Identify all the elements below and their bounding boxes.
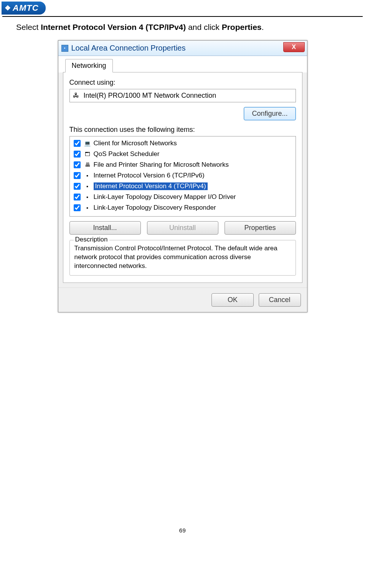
list-item[interactable]: 💻Client for Microsoft Networks — [71, 138, 295, 149]
list-item[interactable]: 🖶File and Printer Sharing for Microsoft … — [71, 159, 295, 170]
instruction-text: Select Internet Protocol Version 4 (TCP/… — [16, 21, 362, 33]
adapter-field[interactable]: 🖧 Intel(R) PRO/1000 MT Network Connectio… — [69, 89, 296, 102]
instr-b1: Internet Protocol Version 4 (TCP/IPv4) — [41, 23, 186, 31]
uninstall-button: Uninstall — [147, 221, 218, 235]
adapter-icon: 🖧 — [73, 92, 81, 100]
tabstrip: Networking — [58, 56, 307, 72]
logo-bar: ❖ AMTC — [0, 0, 365, 16]
item-label: File and Printer Sharing for Microsoft N… — [94, 161, 229, 169]
item-label: Internet Protocol Version 6 (TCP/IPv6) — [94, 172, 205, 179]
instr-mid: and click — [186, 23, 221, 31]
item-label: Client for Microsoft Networks — [94, 140, 177, 147]
item-checkbox[interactable] — [74, 140, 81, 147]
item-checkbox[interactable] — [74, 161, 81, 168]
item-checkbox[interactable] — [74, 172, 81, 179]
protocol-icon: ▪ — [84, 194, 91, 200]
item-checkbox[interactable] — [74, 194, 81, 200]
item-label: Link-Layer Topology Discovery Responder — [94, 204, 216, 212]
logo-text: AMTC — [13, 3, 39, 13]
instr-post: . — [262, 23, 264, 31]
list-item[interactable]: ▪Internet Protocol Version 6 (TCP/IPv6) — [71, 170, 295, 181]
items-label: This connection uses the following items… — [69, 126, 296, 134]
items-listbox[interactable]: 💻Client for Microsoft Networks🗔QoS Packe… — [69, 136, 296, 217]
instr-pre: Select — [16, 23, 41, 31]
install-button[interactable]: Install... — [69, 221, 141, 235]
instr-b2: Properties — [222, 23, 262, 31]
bullet-icon — [3, 21, 16, 33]
close-icon: X — [292, 44, 296, 51]
logo-icon: ❖ — [5, 4, 11, 12]
dialog-footer: OK Cancel — [58, 287, 307, 312]
list-item[interactable]: ▪Link-Layer Topology Discovery Mapper I/… — [71, 192, 295, 202]
close-button[interactable]: X — [283, 42, 305, 52]
properties-dialog: • Local Area Connection Properties X Net… — [58, 40, 307, 312]
dialog-titlebar[interactable]: • Local Area Connection Properties X — [58, 41, 307, 56]
item-checkbox[interactable] — [74, 183, 81, 190]
dialog-title: Local Area Connection Properties — [71, 44, 186, 53]
item-label: Internet Protocol Version 4 (TCP/IPv4) — [94, 182, 208, 190]
item-checkbox[interactable] — [74, 151, 81, 158]
description-text: Transmission Control Protocol/Internet P… — [74, 244, 291, 271]
protocol-icon: ▪ — [84, 172, 91, 179]
protocol-icon: 🗔 — [84, 151, 91, 157]
connect-using-label: Connect using: — [69, 79, 296, 87]
brand-logo: ❖ AMTC — [2, 2, 46, 15]
list-item[interactable]: ▪Link-Layer Topology Discovery Responder — [71, 202, 295, 213]
item-label: QoS Packet Scheduler — [94, 150, 160, 158]
network-icon: • — [61, 45, 68, 52]
tab-networking[interactable]: Networking — [65, 59, 113, 72]
tab-content: Connect using: 🖧 Intel(R) PRO/1000 MT Ne… — [63, 72, 302, 283]
properties-button[interactable]: Properties — [225, 221, 296, 235]
ok-button[interactable]: OK — [211, 293, 254, 307]
instruction-line: Select Internet Protocol Version 4 (TCP/… — [0, 20, 365, 40]
description-title: Description — [74, 236, 109, 243]
protocol-icon: 💻 — [84, 140, 91, 146]
cancel-button[interactable]: Cancel — [259, 293, 301, 307]
protocol-icon: 🖶 — [84, 162, 91, 168]
protocol-icon: ▪ — [84, 205, 91, 211]
header-divider — [2, 16, 363, 17]
page-number: 69 — [0, 328, 365, 545]
adapter-name: Intel(R) PRO/1000 MT Network Connection — [84, 92, 216, 100]
configure-button[interactable]: Configure... — [244, 107, 296, 120]
description-group: Description Transmission Control Protoco… — [69, 240, 296, 276]
item-checkbox[interactable] — [74, 204, 81, 211]
item-label: Link-Layer Topology Discovery Mapper I/O… — [94, 193, 236, 201]
list-item[interactable]: ▪Internet Protocol Version 4 (TCP/IPv4) — [71, 181, 295, 192]
protocol-icon: ▪ — [84, 183, 91, 189]
list-item[interactable]: 🗔QoS Packet Scheduler — [71, 149, 295, 159]
